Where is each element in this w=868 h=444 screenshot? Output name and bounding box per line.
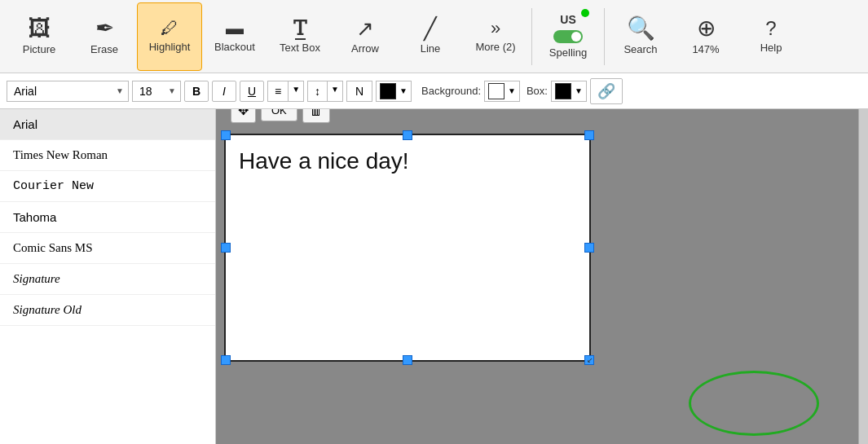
picture-icon: 🖼 bbox=[28, 17, 51, 40]
toolbar-divider-2 bbox=[604, 8, 605, 65]
scrollbar[interactable] bbox=[858, 109, 868, 444]
tool-help[interactable]: ? Help bbox=[738, 2, 804, 71]
normal-button[interactable]: N bbox=[346, 81, 372, 102]
underline-button[interactable]: U bbox=[240, 81, 264, 102]
font-item-signature[interactable]: Signature bbox=[0, 264, 215, 295]
arrow-icon: ↗ bbox=[356, 18, 374, 39]
tool-zoom-label: 147% bbox=[692, 43, 719, 55]
more-icon: » bbox=[491, 20, 500, 37]
box-label: Box: bbox=[527, 85, 548, 97]
toolbar-divider-1 bbox=[531, 8, 532, 65]
font-item-times[interactable]: Times New Roman bbox=[0, 140, 215, 171]
tool-more-label: More (2) bbox=[475, 41, 515, 53]
tool-spelling[interactable]: US Spelling bbox=[535, 2, 601, 71]
valign-dropdown-arrow[interactable]: ▼ bbox=[327, 81, 342, 101]
ok-button[interactable]: OK bbox=[261, 109, 297, 121]
move-icon: ✥ bbox=[238, 109, 249, 117]
floating-toolbar: ✥ OK 🗑 bbox=[231, 109, 330, 123]
tool-spelling-label: Spelling bbox=[549, 46, 587, 59]
italic-button[interactable]: I bbox=[212, 81, 236, 102]
align-dropdown-arrow[interactable]: ▼ bbox=[288, 81, 303, 101]
tool-erase[interactable]: ✒ Erase bbox=[72, 2, 137, 71]
top-toolbar: 🖼 Picture ✒ Erase 🖊 Highlight ▬ Blackout… bbox=[0, 0, 868, 73]
text-color-swatch bbox=[380, 83, 396, 99]
valign-button[interactable]: ↕ bbox=[308, 81, 327, 101]
tool-arrow[interactable]: ↗ Arrow bbox=[333, 2, 398, 71]
bg-color-dropdown-arrow[interactable]: ▼ bbox=[508, 86, 516, 95]
search-icon: 🔍 bbox=[627, 17, 655, 40]
font-size-box[interactable]: 18 bbox=[132, 81, 181, 102]
text-box[interactable]: Have a nice day! ↙ bbox=[224, 134, 591, 362]
spelling-icon: US bbox=[560, 14, 575, 25]
green-ellipse-annotation bbox=[689, 371, 819, 436]
tool-picture-label: Picture bbox=[23, 43, 55, 55]
tool-picture[interactable]: 🖼 Picture bbox=[7, 2, 72, 71]
text-color-dropdown-arrow[interactable]: ▼ bbox=[399, 86, 408, 95]
handle-top-right[interactable] bbox=[584, 130, 594, 140]
align-group: ≡ ▼ bbox=[267, 81, 304, 102]
box-color-dropdown-arrow[interactable]: ▼ bbox=[575, 86, 583, 95]
font-item-arial[interactable]: Arial bbox=[0, 109, 215, 140]
handle-bottom-right[interactable]: ↙ bbox=[584, 355, 594, 365]
link-button[interactable]: 🔗 bbox=[590, 78, 623, 104]
box-color-group[interactable]: ▼ bbox=[551, 81, 587, 102]
line-icon: ╱ bbox=[424, 18, 437, 39]
erase-icon: ✒ bbox=[95, 17, 114, 40]
tool-search[interactable]: 🔍 Search bbox=[608, 2, 673, 71]
handle-top-left[interactable] bbox=[221, 130, 231, 140]
text-box-container[interactable]: ✥ OK 🗑 Have a nice day! ↙ bbox=[224, 134, 591, 362]
delete-icon: 🗑 bbox=[310, 109, 323, 117]
tool-highlight-label: Highlight bbox=[149, 41, 191, 53]
background-label: Background: bbox=[421, 85, 481, 97]
font-item-tahoma[interactable]: Tahoma bbox=[0, 202, 215, 233]
main-area: Arial Times New Roman Courier New Tahoma… bbox=[0, 109, 868, 444]
text-color-group[interactable]: ▼ bbox=[376, 81, 412, 102]
formatting-toolbar: Arial ▼ 18 ▼ B I U ≡ ▼ ↕ ▼ N ▼ Backgroun… bbox=[0, 73, 868, 109]
handle-top-middle[interactable] bbox=[403, 130, 412, 140]
tool-blackout-label: Blackout bbox=[214, 41, 255, 53]
bg-color-group[interactable]: ▼ bbox=[484, 81, 520, 102]
font-size-selector[interactable]: 18 ▼ bbox=[132, 81, 181, 102]
zoom-icon: ⊕ bbox=[697, 17, 716, 40]
font-dropdown-panel: Arial Times New Roman Courier New Tahoma… bbox=[0, 109, 216, 444]
tool-erase-label: Erase bbox=[90, 43, 118, 55]
align-button[interactable]: ≡ bbox=[268, 81, 288, 101]
highlight-icon: 🖊 bbox=[161, 20, 178, 37]
handle-bottom-middle[interactable] bbox=[403, 355, 412, 365]
tool-arrow-label: Arrow bbox=[351, 42, 379, 55]
textbox-icon: T̲ bbox=[293, 19, 306, 38]
tool-help-label: Help bbox=[760, 42, 782, 54]
tool-zoom[interactable]: ⊕ 147% bbox=[673, 2, 738, 71]
tool-search-label: Search bbox=[623, 43, 657, 55]
bold-button[interactable]: B bbox=[184, 81, 209, 102]
blackout-icon: ▬ bbox=[226, 20, 244, 37]
tool-blackout[interactable]: ▬ Blackout bbox=[202, 2, 267, 71]
tool-line-label: Line bbox=[421, 42, 441, 55]
tool-textbox[interactable]: T̲ Text Box bbox=[267, 2, 333, 71]
tool-more[interactable]: » More (2) bbox=[463, 2, 528, 71]
delete-button[interactable]: 🗑 bbox=[302, 109, 330, 123]
valign-group: ↕ ▼ bbox=[307, 81, 343, 102]
handle-bottom-left[interactable] bbox=[221, 355, 231, 365]
font-select-box[interactable]: Arial bbox=[7, 81, 129, 102]
box-color-swatch bbox=[555, 83, 571, 99]
tool-line[interactable]: ╱ Line bbox=[398, 2, 463, 71]
bg-color-swatch bbox=[488, 83, 504, 99]
font-item-signature-old[interactable]: Signature Old bbox=[0, 295, 215, 326]
text-box-content: Have a nice day! bbox=[239, 148, 409, 174]
canvas-area[interactable]: ✥ OK 🗑 Have a nice day! ↙ bbox=[216, 109, 868, 444]
tool-highlight[interactable]: 🖊 Highlight bbox=[137, 2, 202, 71]
tool-textbox-label: Text Box bbox=[280, 42, 320, 54]
link-icon: 🔗 bbox=[597, 83, 615, 99]
font-selector[interactable]: Arial ▼ bbox=[7, 81, 129, 102]
handle-middle-right[interactable] bbox=[584, 243, 594, 253]
font-item-comic[interactable]: Comic Sans MS bbox=[0, 233, 215, 264]
spelling-indicator bbox=[581, 9, 589, 17]
spelling-toggle[interactable] bbox=[553, 30, 583, 43]
font-item-courier[interactable]: Courier New bbox=[0, 171, 215, 202]
help-icon: ? bbox=[765, 19, 776, 38]
move-button[interactable]: ✥ bbox=[231, 109, 256, 123]
handle-middle-left[interactable] bbox=[221, 243, 231, 253]
